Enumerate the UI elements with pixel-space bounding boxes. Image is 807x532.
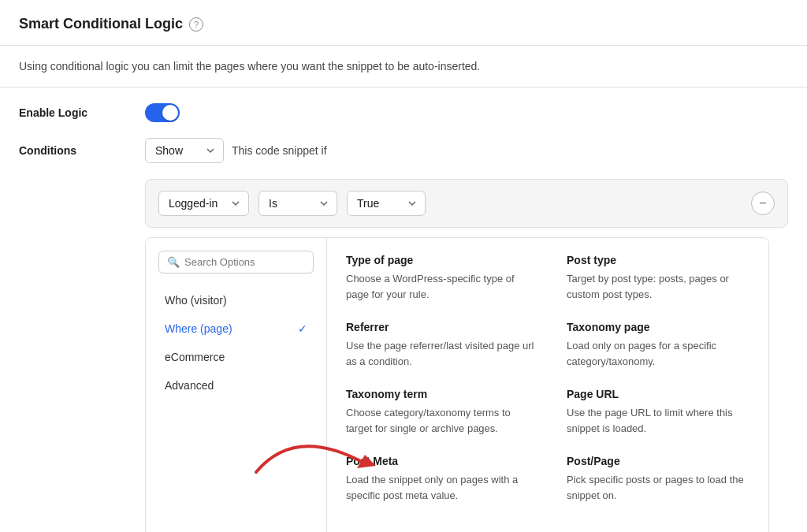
enable-logic-row: Enable Logic	[19, 103, 788, 122]
content-item-desc: Use the page referrer/last visited page …	[346, 338, 535, 369]
content-item-post-meta: Post Meta Load the snippet only on pages…	[346, 455, 548, 522]
sidebar-item-ecommerce[interactable]: eCommerce	[158, 343, 314, 371]
conditions-controls: Show Hide This code snippet if	[145, 138, 327, 163]
conditions-row: Conditions Show Hide This code snippet i…	[19, 138, 788, 163]
content-item-taxonomy-page: Taxonomy page Load only on pages for a s…	[548, 321, 749, 388]
dropdown-condition-row: Logged-in Logged-out All visitors Is Is …	[145, 179, 788, 228]
content-item-title: Page URL	[567, 388, 749, 400]
sidebar-item-advanced[interactable]: Advanced	[158, 371, 314, 400]
content-item-title: Taxonomy page	[567, 321, 749, 333]
form-section: Enable Logic Conditions Show Hide This c…	[0, 87, 807, 532]
content-item-desc: Use the page URL to limit where this sni…	[567, 405, 749, 436]
sidebar-item-where[interactable]: Where (page) ✓	[158, 314, 314, 343]
sidebar-item-who-label: Who (visitor)	[165, 294, 227, 307]
page-header: Smart Conditional Logic ?	[0, 0, 807, 46]
content-item-desc: Pick specific posts or pages to load the…	[567, 472, 749, 503]
content-item-desc: Choose category/taxonomy terms to target…	[346, 405, 535, 436]
content-item-post-type: Post type Target by post type: posts, pa…	[548, 254, 749, 321]
logged-in-dropdown[interactable]: Logged-in Logged-out All visitors	[158, 191, 249, 216]
page-title: Smart Conditional Logic	[19, 16, 183, 32]
description-text: Using conditional logic you can limit th…	[0, 46, 807, 87]
content-item-referrer: Referrer Use the page referrer/last visi…	[346, 321, 548, 388]
toggle-wrapper	[145, 103, 180, 122]
check-icon: ✓	[298, 322, 307, 335]
remove-condition-button[interactable]: −	[751, 192, 775, 215]
conditions-label: Conditions	[19, 144, 145, 157]
content-item-desc: Target by post type: posts, pages or cus…	[567, 271, 749, 302]
enable-logic-label: Enable Logic	[19, 106, 145, 119]
content-item-taxonomy-term: Taxonomy term Choose category/taxonomy t…	[346, 388, 548, 455]
enable-logic-toggle[interactable]	[145, 103, 180, 122]
sidebar-item-who[interactable]: Who (visitor)	[158, 286, 314, 314]
content-item-title: Post type	[567, 254, 749, 266]
content-item-title: Post/Page	[567, 455, 749, 467]
sidebar-item-where-label: Where (page)	[165, 322, 232, 335]
content-item-type-of-page: Type of page Choose a WordPress-specific…	[346, 254, 548, 321]
sidebar-item-advanced-label: Advanced	[165, 379, 214, 392]
page-container: Smart Conditional Logic ? Using conditio…	[0, 0, 807, 532]
content-item-desc: Load the snippet only on pages with a sp…	[346, 472, 535, 503]
search-icon: 🔍	[167, 256, 180, 268]
content-item-desc: Load only on pages for a specific catego…	[567, 338, 749, 369]
condition-text: This code snippet if	[232, 144, 327, 157]
content-item-title: Taxonomy term	[346, 388, 535, 400]
main-panel: 🔍 Who (visitor) Where (page) ✓ eCommerce…	[145, 237, 769, 532]
is-dropdown[interactable]: Is Is not	[258, 191, 337, 216]
true-dropdown[interactable]: True False	[347, 191, 426, 216]
content-item-title: Post Meta	[346, 455, 535, 467]
content-item-post-page: Post/Page Pick specific posts or pages t…	[548, 455, 749, 522]
search-input[interactable]	[184, 256, 305, 268]
content-item-desc: Choose a WordPress-specific type of page…	[346, 271, 535, 302]
content-item-title: Referrer	[346, 321, 535, 333]
content-item-title: Type of page	[346, 254, 535, 266]
sidebar: 🔍 Who (visitor) Where (page) ✓ eCommerce…	[146, 238, 327, 532]
content-item-page-url: Page URL Use the page URL to limit where…	[548, 388, 749, 455]
help-icon[interactable]: ?	[189, 17, 203, 32]
sidebar-item-ecommerce-label: eCommerce	[165, 351, 225, 363]
search-box[interactable]: 🔍	[158, 251, 314, 273]
show-dropdown[interactable]: Show Hide	[145, 138, 224, 163]
content-area: Type of page Choose a WordPress-specific…	[327, 238, 768, 532]
